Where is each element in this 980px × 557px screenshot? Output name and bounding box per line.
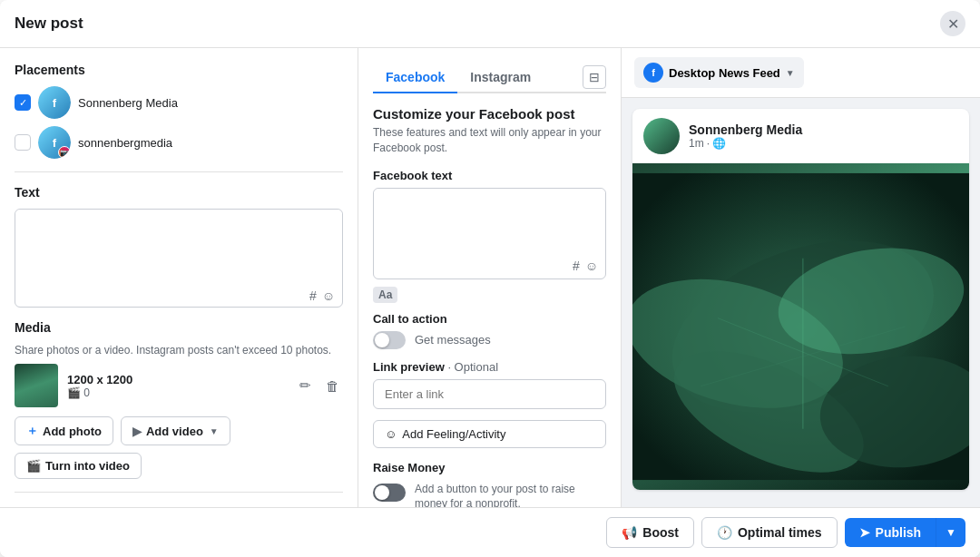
- left-panel: Placements ✓ f Sonnenberg Media f 📷 sonn…: [0, 48, 358, 507]
- placement-checkbox-1[interactable]: ✓: [15, 94, 31, 111]
- preview-header: f Desktop News Feed ▼: [622, 48, 980, 98]
- fb-text-wrapper: # ☺: [373, 188, 606, 279]
- fb-text-label: Facebook text: [373, 169, 606, 182]
- add-photo-button[interactable]: ＋ Add photo: [15, 416, 113, 445]
- toggle-knob: [375, 333, 389, 347]
- modal-body: Placements ✓ f Sonnenberg Media f 📷 sonn…: [0, 48, 980, 507]
- media-size: 1200 x 1200: [67, 373, 287, 386]
- preview-selector[interactable]: f Desktop News Feed ▼: [634, 57, 804, 88]
- fb-text-icons: # ☺: [374, 255, 605, 278]
- right-panel: f Desktop News Feed ▼ Sonnenberg Media 1…: [622, 48, 980, 507]
- aa-format-button[interactable]: Aa: [373, 287, 397, 303]
- new-post-modal: New post ✕ Placements ✓ f Sonnenberg Med…: [0, 0, 980, 557]
- feeling-button[interactable]: ☺ Add Feeling/Activity: [373, 420, 606, 448]
- media-count: 🎬 0: [67, 386, 287, 399]
- fb-icon: f: [38, 86, 71, 119]
- turn-into-video-button[interactable]: 🎬 Turn into video: [15, 453, 142, 479]
- film-icon: 🎬: [26, 459, 41, 473]
- media-count-icon: 🎬: [67, 386, 81, 399]
- media-item: 1200 x 1200 🎬 0 ✏ 🗑: [15, 364, 343, 407]
- fb-text-input[interactable]: [374, 189, 605, 252]
- media-subtitle: Share photos or a video. Instagram posts…: [15, 344, 343, 357]
- placement-checkbox-2[interactable]: [15, 134, 31, 151]
- post-time: 1m · 🌐: [689, 137, 802, 150]
- post-time-dot: ·: [707, 137, 710, 150]
- clock-icon: 🕐: [717, 525, 732, 540]
- post-meta: Sonnenberg Media 1m · 🌐: [689, 122, 802, 150]
- feeling-icon: ☺: [385, 427, 397, 441]
- raise-money-row: Add a button to your post to raise money…: [373, 482, 606, 507]
- text-input-icons: # ☺: [15, 285, 342, 307]
- placement-item-1[interactable]: ✓ f Sonnenberg Media: [15, 86, 343, 119]
- divider-1: [15, 171, 343, 172]
- media-info: 1200 x 1200 🎬 0: [67, 373, 287, 399]
- link-optional: · Optional: [447, 360, 498, 374]
- media-label: Media: [15, 320, 343, 335]
- preview-content: Sonnenberg Media 1m · 🌐: [622, 98, 980, 507]
- raise-money-toggle[interactable]: [373, 484, 406, 502]
- emoji-icon-fb[interactable]: ☺: [585, 259, 598, 273]
- text-label: Text: [15, 185, 343, 200]
- post-image: [632, 163, 969, 490]
- post-author-name: Sonnenberg Media: [689, 122, 802, 137]
- tab-facebook[interactable]: Facebook: [373, 63, 457, 93]
- delete-media-button[interactable]: 🗑: [322, 374, 343, 397]
- boost-button[interactable]: 📢 Boost: [606, 517, 694, 548]
- post-avatar: [643, 118, 680, 154]
- media-thumbnail: [15, 364, 58, 407]
- cta-section: Call to action Get messages: [373, 312, 606, 349]
- text-input-wrapper: # ☺: [15, 209, 343, 308]
- placement-name-2: sonnenbergmedia: [78, 136, 172, 150]
- edit-media-button[interactable]: ✏: [296, 374, 315, 397]
- placement-avatar-2: f 📷: [38, 126, 71, 159]
- link-label: Link preview · Optional: [373, 360, 606, 374]
- post-globe-icon: 🌐: [712, 137, 726, 150]
- raise-money-toggle-knob: [375, 485, 389, 500]
- cta-label: Call to action: [373, 312, 606, 326]
- post-image-svg: [632, 163, 969, 490]
- publish-group: ➤ Publish ▼: [845, 518, 965, 547]
- placement-item-2[interactable]: f 📷 sonnenbergmedia: [15, 126, 343, 159]
- tabs-row: Facebook Instagram ⊟: [373, 63, 606, 93]
- send-icon: ➤: [859, 525, 870, 540]
- modal-title: New post: [15, 15, 83, 33]
- media-buttons: ＋ Add photo ▶ Add video ▼: [15, 416, 343, 445]
- add-video-icon: ▶: [132, 425, 142, 438]
- publish-button[interactable]: ➤ Publish: [845, 518, 937, 547]
- cta-toggle[interactable]: [373, 331, 406, 349]
- placement-name-1: Sonnenberg Media: [78, 96, 178, 110]
- cta-row: Get messages: [373, 331, 606, 349]
- close-button[interactable]: ✕: [940, 11, 965, 36]
- placements-label: Placements: [15, 63, 343, 77]
- customize-title: Customize your Facebook post: [373, 106, 606, 122]
- raise-money-text: Add a button to your post to raise money…: [415, 482, 606, 507]
- publish-dropdown-button[interactable]: ▼: [936, 518, 965, 547]
- preview-dropdown-icon: ▼: [786, 68, 795, 78]
- hash-icon[interactable]: #: [309, 288, 317, 303]
- media-section: Media Share photos or a video. Instagram…: [15, 320, 343, 479]
- fb-globe-icon: f: [643, 63, 663, 83]
- placement-avatar-1: f: [38, 86, 71, 119]
- instagram-badge: 📷: [58, 146, 71, 159]
- post-card: Sonnenberg Media 1m · 🌐: [632, 109, 969, 490]
- link-input[interactable]: [373, 379, 606, 409]
- link-section: Link preview · Optional: [373, 360, 606, 409]
- emoji-icon[interactable]: ☺: [322, 288, 335, 303]
- boost-icon: 📢: [622, 525, 637, 540]
- customize-subtitle: These features and text will only appear…: [373, 125, 606, 156]
- tab-instagram[interactable]: Instagram: [457, 63, 544, 93]
- raise-money-title: Raise Money: [373, 461, 606, 474]
- add-photo-icon: ＋: [26, 423, 38, 439]
- text-input[interactable]: [15, 210, 342, 282]
- hash-icon-fb[interactable]: #: [573, 259, 580, 273]
- post-header: Sonnenberg Media 1m · 🌐: [632, 109, 969, 163]
- add-video-button[interactable]: ▶ Add video ▼: [121, 416, 230, 445]
- middle-panel: Facebook Instagram ⊟ Customize your Face…: [358, 48, 622, 507]
- optimal-times-button[interactable]: 🕐 Optimal times: [701, 517, 838, 548]
- modal-header: New post ✕: [0, 0, 980, 48]
- text-section: Text # ☺: [15, 185, 343, 308]
- tabs-more-button[interactable]: ⊟: [583, 65, 606, 89]
- media-action-buttons: ✏ 🗑: [296, 374, 343, 397]
- video-dropdown-arrow: ▼: [210, 426, 219, 436]
- cta-toggle-label: Get messages: [415, 333, 491, 347]
